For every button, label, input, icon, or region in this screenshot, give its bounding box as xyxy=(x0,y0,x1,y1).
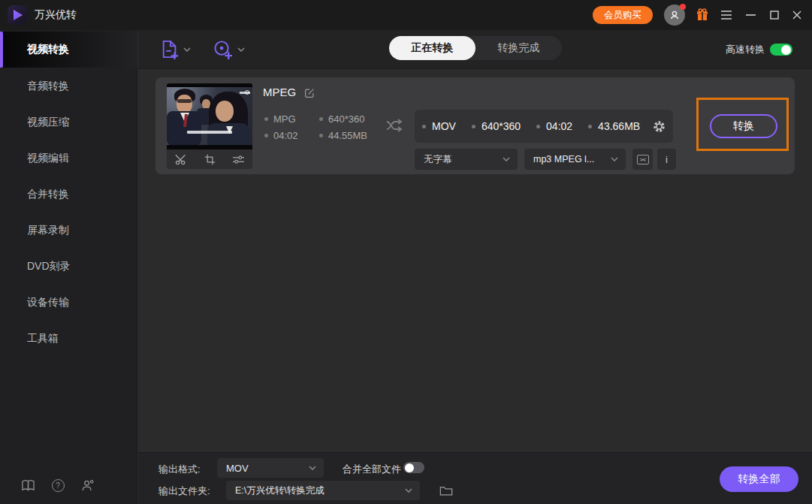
maximize-icon[interactable] xyxy=(766,0,783,30)
chevron-down-icon xyxy=(405,488,412,493)
convert-button[interactable]: 转换 xyxy=(710,114,777,138)
high-speed-label: 高速转换 xyxy=(726,30,765,69)
sidebar-item-label: 视频转换 xyxy=(27,43,69,56)
help-glyph: ? xyxy=(56,481,60,490)
add-dvd-button[interactable] xyxy=(213,30,245,69)
effects-sliders-icon[interactable] xyxy=(229,152,247,167)
output-format-select[interactable]: mp3 MPEG l... xyxy=(524,149,626,170)
sidebar-item-label: 视频编辑 xyxy=(27,152,69,165)
toolbar: 正在转换 转换完成 高速转换 xyxy=(138,30,812,69)
support-contact-icon[interactable] xyxy=(80,477,96,493)
compress-icon: >< xyxy=(637,155,649,164)
subtitle-select-value: 无字幕 xyxy=(424,153,503,166)
bullet-dot xyxy=(319,134,323,137)
rename-icon[interactable] xyxy=(303,86,316,100)
tab-finished[interactable]: 转换完成 xyxy=(475,36,562,60)
close-icon[interactable] xyxy=(789,0,805,30)
footer-bar: 输出格式: MOV 合并全部文件 输出文件夹: E:\万兴优转\转换完成 转换全… xyxy=(138,452,812,504)
trim-icon[interactable] xyxy=(172,152,190,167)
merge-label: 合并全部文件 xyxy=(343,463,401,476)
tab-converting[interactable]: 正在转换 xyxy=(389,36,475,60)
chevron-down-icon xyxy=(611,157,618,161)
output-duration-value: 04:02 xyxy=(546,120,572,132)
merge-toggle[interactable] xyxy=(403,462,424,473)
source-resolution-value: 640*360 xyxy=(328,113,364,125)
sidebar-item-label: 合并转换 xyxy=(27,188,69,201)
bullet-dot xyxy=(319,117,323,121)
sidebar-item-device-transfer[interactable]: 设备传输 xyxy=(0,285,137,321)
sidebar-item-label: 工具箱 xyxy=(27,332,59,346)
file-info-button[interactable]: i xyxy=(657,149,676,170)
bullet-dot xyxy=(588,125,592,128)
sidebar-item-toolbox[interactable]: 工具箱 xyxy=(0,321,137,357)
subtitle-select[interactable]: 无字幕 xyxy=(415,149,518,170)
high-speed-toggle[interactable] xyxy=(770,44,792,56)
browse-folder-button[interactable] xyxy=(438,482,454,499)
user-avatar[interactable] xyxy=(664,5,685,26)
source-size-value: 44.55MB xyxy=(328,130,367,141)
info-icon: i xyxy=(666,154,668,165)
chevron-down-icon xyxy=(503,157,510,161)
gift-icon[interactable] xyxy=(694,0,711,30)
buy-membership-button[interactable]: 会员购买 xyxy=(593,6,653,24)
guide-book-icon[interactable] xyxy=(20,477,36,493)
notification-dot xyxy=(680,4,686,10)
source-resolution: 640*360 xyxy=(319,113,364,125)
chevron-down-icon xyxy=(183,47,191,52)
compress-button[interactable]: >< xyxy=(632,149,653,170)
output-format-label: 输出格式: xyxy=(158,463,201,476)
sidebar-item-screen-record[interactable]: 屏幕录制 xyxy=(0,213,137,249)
sidebar-item-video-compress[interactable]: 视频压缩 xyxy=(0,104,137,140)
sidebar-item-dvd-burn[interactable]: DVD刻录 xyxy=(0,249,137,285)
add-file-button[interactable] xyxy=(161,30,191,69)
output-size: 43.66MB xyxy=(588,120,640,132)
play-logo-icon xyxy=(10,8,25,23)
bullet-dot xyxy=(264,134,268,137)
video-thumbnail[interactable] xyxy=(167,83,252,149)
settings-gear-icon[interactable] xyxy=(652,117,666,135)
output-duration: 04:02 xyxy=(536,120,572,132)
app-title: 万兴优转 xyxy=(35,0,77,30)
sidebar-item-audio-convert[interactable]: 音频转换 xyxy=(0,68,137,104)
bullet-dot xyxy=(264,117,268,121)
source-duration-value: 04:02 xyxy=(273,130,298,141)
output-folder-select[interactable]: E:\万兴优转\转换完成 xyxy=(226,481,420,500)
output-resolution: 640*360 xyxy=(472,120,521,132)
app-logo xyxy=(8,5,27,25)
crop-icon[interactable] xyxy=(201,152,219,167)
convert-direction-icon xyxy=(385,117,405,134)
source-duration: 04:02 xyxy=(264,130,298,141)
subtitle-text-bar xyxy=(187,131,232,134)
sidebar-item-merge-convert[interactable]: 合并转换 xyxy=(0,177,137,213)
footer-format-select[interactable]: MOV xyxy=(217,458,324,478)
chevron-down-icon xyxy=(309,466,316,470)
output-folder-path: E:\万兴优转\转换完成 xyxy=(235,484,405,497)
add-file-icon xyxy=(161,39,179,60)
thumbnail-tools xyxy=(167,149,252,169)
watermark-text-bar xyxy=(240,92,250,94)
convert-all-button[interactable]: 转换全部 xyxy=(720,466,798,492)
output-folder-label: 输出文件夹: xyxy=(158,484,210,498)
scene-glasses xyxy=(177,99,192,103)
sidebar-item-video-edit[interactable]: 视频编辑 xyxy=(0,140,137,177)
scene-shape xyxy=(216,101,234,122)
bullet-dot xyxy=(536,125,540,128)
sidebar-item-video-convert[interactable]: 视频转换 xyxy=(0,32,137,68)
tab-group: 正在转换 转换完成 xyxy=(389,36,562,60)
menu-icon[interactable] xyxy=(718,0,735,30)
person-icon xyxy=(669,9,681,21)
conversion-task-card: MPEG MPG 640*360 04:02 44.55MB xyxy=(155,77,795,174)
thumbnail-scene xyxy=(167,87,252,145)
help-icon[interactable]: ? xyxy=(50,477,66,493)
sidebar-item-label: 屏幕录制 xyxy=(27,224,69,237)
output-format-value: MOV xyxy=(432,120,456,132)
sidebar-item-label: 视频压缩 xyxy=(27,116,69,129)
clip-title: MPEG xyxy=(263,86,296,98)
chevron-down-icon xyxy=(237,47,245,52)
output-resolution-value: 640*360 xyxy=(481,120,521,132)
add-dvd-icon xyxy=(213,40,233,59)
app-window: 万兴优转 会员购买 xyxy=(0,0,812,504)
source-format: MPG xyxy=(264,113,296,125)
bullet-dot xyxy=(422,125,426,128)
minimize-icon[interactable] xyxy=(742,0,759,30)
